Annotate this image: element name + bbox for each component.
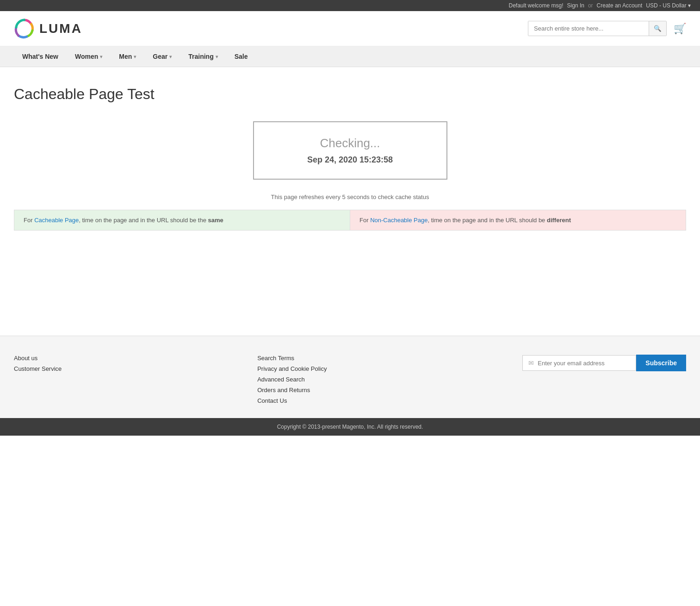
footer-link-privacy-policy[interactable]: Privacy and Cookie Policy <box>257 365 327 372</box>
main-nav: What's New Women ▾ Men ▾ Gear ▾ Training… <box>0 46 700 67</box>
noncacheable-page-link[interactable]: Non-Cacheable Page <box>370 217 427 224</box>
noncacheable-bold: different <box>547 217 571 224</box>
footer-link-orders-returns[interactable]: Orders and Returns <box>257 387 327 394</box>
cacheable-page-link[interactable]: Cacheable Page <box>34 217 79 224</box>
or-separator: or <box>588 2 593 9</box>
site-header: LUMA 🔍 🛒 <box>0 11 700 46</box>
men-chevron-icon: ▾ <box>134 54 136 59</box>
newsletter-email-wrap: ✉ <box>522 355 636 371</box>
nav-item-sale[interactable]: Sale <box>226 46 256 67</box>
info-boxes: For Cacheable Page, time on the page and… <box>14 210 686 231</box>
cacheable-info-box: For Cacheable Page, time on the page and… <box>14 210 350 230</box>
search-icon: 🔍 <box>654 25 662 32</box>
noncacheable-info-box: For Non-Cacheable Page, time on the page… <box>350 210 686 230</box>
footer-link-advanced-search[interactable]: Advanced Search <box>257 376 327 383</box>
create-account-link[interactable]: Create an Account <box>597 2 643 9</box>
footer-link-search-terms[interactable]: Search Terms <box>257 355 327 362</box>
currency-chevron-icon: ▾ <box>688 2 691 9</box>
training-chevron-icon: ▾ <box>216 54 218 59</box>
cache-refresh-note: This page refreshes every 5 seconds to c… <box>14 194 686 200</box>
luma-logo-icon <box>14 18 35 39</box>
signin-link[interactable]: Sign In <box>567 2 584 9</box>
nav-item-women[interactable]: Women ▾ <box>67 46 111 67</box>
search-box: 🔍 <box>528 21 667 36</box>
nav-item-men[interactable]: Men ▾ <box>111 46 144 67</box>
site-footer: About us Customer Service Search Terms P… <box>0 336 700 418</box>
gear-chevron-icon: ▾ <box>169 54 172 59</box>
cacheable-prefix: For <box>24 217 34 224</box>
cache-box: Checking... Sep 24, 2020 15:23:58 <box>253 121 447 180</box>
top-bar: Default welcome msg! Sign In or Create a… <box>0 0 700 11</box>
footer-link-contact-us[interactable]: Contact Us <box>257 397 327 404</box>
cache-time: Sep 24, 2020 15:23:58 <box>282 155 419 165</box>
logo-area: LUMA <box>14 18 82 39</box>
footer-col-1: About us Customer Service <box>14 355 62 372</box>
newsletter-email-input[interactable] <box>538 360 630 367</box>
footer-content: About us Customer Service Search Terms P… <box>14 355 686 404</box>
nav-item-training[interactable]: Training ▾ <box>180 46 226 67</box>
cart-icon: 🛒 <box>674 23 686 34</box>
search-button[interactable]: 🔍 <box>649 21 666 36</box>
copyright-text: Copyright © 2013-present Magento, Inc. A… <box>277 424 423 430</box>
currency-selector[interactable]: USD - US Dollar ▾ <box>646 2 691 9</box>
cache-checking-label: Checking... <box>282 136 419 150</box>
page-title: Cacheable Page Test <box>14 86 686 103</box>
cacheable-suffix: , time on the page and in the URL should… <box>79 217 208 224</box>
noncacheable-prefix: For <box>359 217 370 224</box>
nav-item-gear[interactable]: Gear ▾ <box>144 46 180 67</box>
newsletter-mail-icon: ✉ <box>528 359 534 367</box>
footer-link-about-us[interactable]: About us <box>14 355 62 362</box>
main-content: Cacheable Page Test Checking... Sep 24, … <box>0 67 700 336</box>
logo-text: LUMA <box>39 21 82 36</box>
cacheable-bold: same <box>208 217 223 224</box>
cart-button[interactable]: 🛒 <box>674 23 686 35</box>
noncacheable-suffix: , time on the page and in the URL should… <box>427 217 547 224</box>
women-chevron-icon: ▾ <box>100 54 102 59</box>
footer-link-customer-service[interactable]: Customer Service <box>14 365 62 372</box>
footer-newsletter: ✉ Subscribe <box>522 355 686 371</box>
header-right: 🔍 🛒 <box>528 21 686 36</box>
footer-bottom: Copyright © 2013-present Magento, Inc. A… <box>0 418 700 436</box>
welcome-message: Default welcome msg! <box>508 2 563 9</box>
search-input[interactable] <box>528 21 649 36</box>
cache-box-wrapper: Checking... Sep 24, 2020 15:23:58 <box>14 121 686 180</box>
subscribe-button[interactable]: Subscribe <box>636 355 686 371</box>
nav-item-whats-new[interactable]: What's New <box>14 46 67 67</box>
footer-col-2: Search Terms Privacy and Cookie Policy A… <box>257 355 327 404</box>
